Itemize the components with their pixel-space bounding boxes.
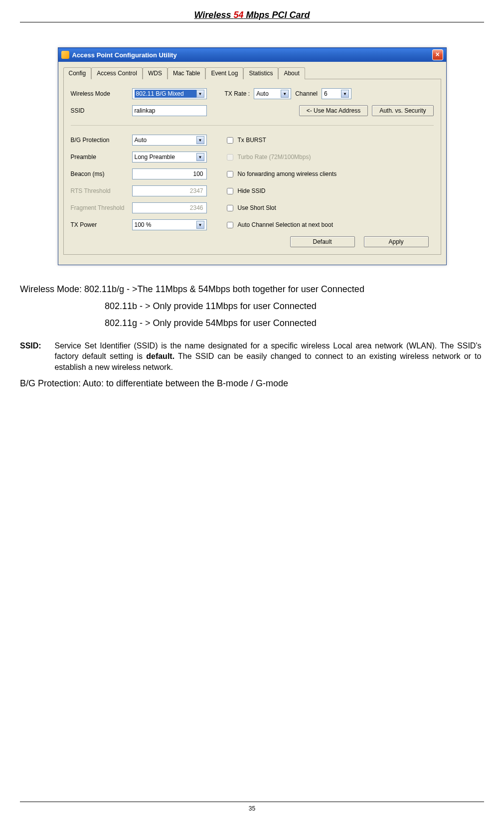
short-slot-label: Use Short Slot — [238, 204, 276, 211]
tx-rate-select[interactable]: Auto ▼ — [254, 88, 291, 99]
header-pre: Wireless — [194, 10, 234, 20]
titlebar: Access Point Configuration Utility × — [58, 48, 446, 62]
tab-config[interactable]: Config — [63, 67, 92, 79]
tab-content: Wireless Mode 802.11 B/G Mixed ▼ TX Rate… — [63, 79, 441, 255]
wireless-mode-value: 802.11 B/G Mixed — [135, 90, 196, 98]
tx-burst-check[interactable]: Tx BURST — [225, 136, 266, 145]
ssid-desc-label: SSID: — [20, 340, 52, 351]
hide-ssid-checkbox[interactable] — [227, 188, 233, 194]
page-footer: 35 — [20, 802, 484, 812]
page-number: 35 — [249, 805, 255, 812]
beacon-input[interactable] — [132, 168, 207, 179]
channel-select[interactable]: 6 ▼ — [322, 88, 351, 99]
no-forwarding-checkbox[interactable] — [227, 171, 233, 177]
fragment-label: Fragment Threshold — [71, 204, 128, 211]
header-post: Mbps PCI Card — [243, 10, 310, 20]
config-window: Access Point Configuration Utility × Con… — [58, 47, 447, 265]
beacon-label: Beacon (ms) — [71, 170, 128, 177]
tx-power-select[interactable]: 100 % ▼ — [132, 219, 207, 230]
wireless-mode-desc-2: 802.11b - > Only provide 11Mbps for user… — [20, 300, 484, 314]
app-icon — [61, 51, 69, 59]
header-red: 54 — [233, 10, 243, 20]
tab-event-log[interactable]: Event Log — [205, 67, 243, 79]
channel-label: Channel — [295, 90, 318, 97]
tab-access-control[interactable]: Access Control — [91, 67, 143, 79]
ssid-desc-bold: default. — [146, 352, 174, 360]
auth-security-button[interactable]: Auth. vs. Security — [372, 105, 433, 116]
short-slot-check[interactable]: Use Short Slot — [225, 203, 276, 213]
tab-mac-table[interactable]: Mac Table — [168, 67, 205, 79]
tx-rate-value: Auto — [256, 90, 281, 97]
close-button[interactable]: × — [432, 49, 443, 60]
ssid-description: SSID: Service Set Identifier (SSID) is t… — [20, 340, 484, 373]
chevron-down-icon: ▼ — [196, 90, 204, 98]
auto-channel-check[interactable]: Auto Channel Selection at next boot — [225, 220, 333, 230]
preamble-value: Long Preamble — [135, 154, 196, 161]
wireless-mode-desc-3: 802.11g - > Only provide 54Mbps for user… — [20, 317, 484, 330]
preamble-select[interactable]: Long Preamble ▼ — [132, 152, 207, 163]
turbo-rate-check: Turbo Rate (72M/100Mbps) — [225, 153, 311, 162]
turbo-rate-label: Turbo Rate (72M/100Mbps) — [238, 154, 311, 161]
tx-burst-checkbox[interactable] — [227, 137, 233, 144]
tabstrip: Config Access Control WDS Mac Table Even… — [63, 67, 441, 79]
default-button[interactable]: Default — [290, 236, 355, 247]
page-header: Wireless 54 Mbps PCI Card — [20, 10, 484, 22]
bg-protection-value: Auto — [135, 137, 196, 144]
turbo-rate-checkbox — [227, 154, 233, 161]
chevron-down-icon: ▼ — [196, 153, 204, 161]
no-forwarding-check[interactable]: No forwarding among wireless clients — [225, 169, 337, 179]
fragment-input — [132, 202, 207, 213]
tab-wds[interactable]: WDS — [143, 67, 168, 79]
ssid-input[interactable] — [132, 105, 207, 116]
use-mac-button[interactable]: <- Use Mac Address — [299, 105, 368, 116]
wireless-mode-desc-1: Wireless Mode: 802.11b/g - >The 11Mbps &… — [20, 283, 484, 297]
hide-ssid-label: Hide SSID — [238, 187, 266, 194]
tab-about[interactable]: About — [278, 67, 305, 79]
bg-protection-label: B/G Protection — [71, 137, 128, 144]
body-text: Wireless Mode: 802.11b/g - >The 11Mbps &… — [20, 281, 484, 333]
bg-protection-desc: B/G Protection: Auto: to differentiate b… — [20, 378, 484, 389]
short-slot-checkbox[interactable] — [227, 205, 233, 211]
tx-rate-label: TX Rate : — [225, 90, 250, 97]
ssid-label: SSID — [71, 107, 128, 114]
tx-burst-label: Tx BURST — [238, 137, 266, 144]
tx-power-label: TX Power — [71, 221, 128, 228]
chevron-down-icon: ▼ — [341, 90, 349, 98]
rts-label: RTS Threshold — [71, 187, 128, 194]
tx-power-value: 100 % — [135, 221, 196, 228]
hide-ssid-check[interactable]: Hide SSID — [225, 186, 266, 196]
apply-button[interactable]: Apply — [364, 236, 429, 247]
window-title: Access Point Configuration Utility — [72, 51, 177, 59]
chevron-down-icon: ▼ — [281, 90, 289, 98]
rts-input — [132, 185, 207, 196]
chevron-down-icon: ▼ — [196, 136, 204, 144]
tab-statistics[interactable]: Statistics — [243, 67, 278, 79]
wireless-mode-label: Wireless Mode — [71, 90, 128, 97]
chevron-down-icon: ▼ — [196, 221, 204, 229]
wireless-mode-select[interactable]: 802.11 B/G Mixed ▼ — [132, 88, 207, 99]
close-icon: × — [435, 50, 439, 58]
auto-channel-checkbox[interactable] — [227, 222, 233, 228]
auto-channel-label: Auto Channel Selection at next boot — [238, 221, 333, 228]
bg-protection-select[interactable]: Auto ▼ — [132, 135, 207, 146]
preamble-label: Preamble — [71, 154, 128, 161]
no-forwarding-label: No forwarding among wireless clients — [238, 170, 337, 177]
channel-value: 6 — [324, 90, 341, 97]
